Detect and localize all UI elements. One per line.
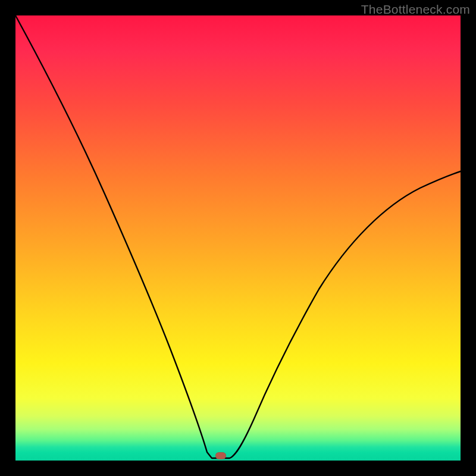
plot-area — [15, 15, 461, 461]
watermark-text: TheBottleneck.com — [361, 2, 470, 17]
bottleneck-curve — [15, 15, 461, 461]
outer-frame: TheBottleneck.com — [0, 0, 476, 476]
minimum-marker — [215, 452, 226, 459]
